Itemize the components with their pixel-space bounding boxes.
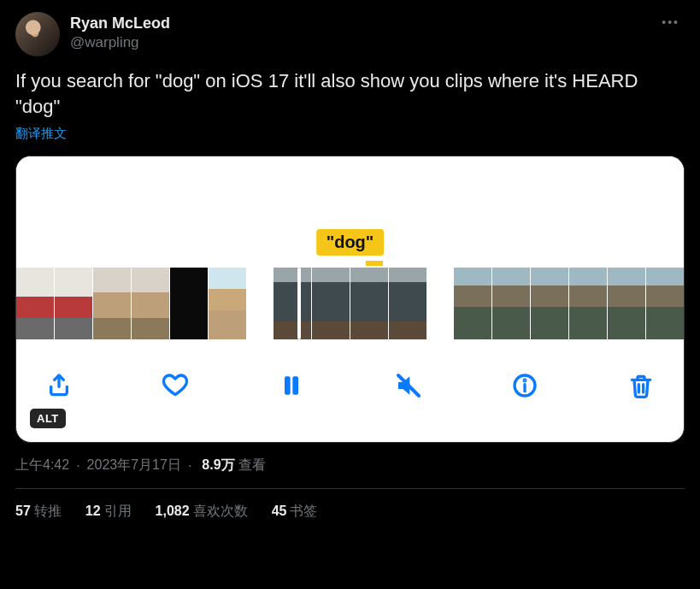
clip-group[interactable] bbox=[16, 268, 246, 339]
mute-icon[interactable] bbox=[391, 368, 426, 403]
clip-thumbnail[interactable] bbox=[531, 268, 568, 339]
tweet-stats: 57转推 12引用 1,082喜欢次数 45书签 bbox=[15, 489, 685, 521]
stat-bookmarks[interactable]: 45书签 bbox=[272, 503, 318, 521]
clip-thumbnail[interactable] bbox=[312, 268, 350, 339]
views-label: 查看 bbox=[238, 456, 266, 474]
clip-thumbnail[interactable] bbox=[132, 268, 169, 339]
svg-point-5 bbox=[524, 380, 526, 382]
tweet-date[interactable]: 2023年7月17日 bbox=[87, 456, 181, 474]
media-top-area: "dog" bbox=[16, 156, 684, 268]
stat-likes[interactable]: 1,082喜欢次数 bbox=[156, 503, 248, 521]
handle[interactable]: @warpling bbox=[70, 33, 170, 52]
more-options-icon[interactable]: ••• bbox=[656, 12, 685, 32]
stat-label: 引用 bbox=[104, 504, 132, 518]
pause-icon[interactable] bbox=[274, 368, 309, 403]
clip-thumbnail[interactable] bbox=[492, 268, 530, 339]
media-attachment[interactable]: "dog" bbox=[15, 156, 685, 443]
tweet-text: If you search for "dog" on iOS 17 it'll … bbox=[15, 68, 685, 119]
info-icon[interactable] bbox=[508, 368, 542, 403]
clip-group-current[interactable] bbox=[274, 268, 426, 339]
stat-count: 12 bbox=[85, 504, 101, 518]
stat-label: 书签 bbox=[290, 504, 317, 518]
views-count[interactable]: 8.9万 bbox=[202, 456, 234, 474]
stat-count: 57 bbox=[15, 504, 31, 518]
alt-badge[interactable]: ALT bbox=[30, 409, 66, 428]
svg-rect-0 bbox=[285, 377, 291, 395]
stat-label: 转推 bbox=[34, 504, 62, 518]
stat-quotes[interactable]: 12引用 bbox=[85, 503, 132, 521]
clip-thumbnail[interactable] bbox=[646, 268, 684, 339]
playhead[interactable] bbox=[297, 268, 301, 339]
separator bbox=[185, 458, 195, 474]
translate-link[interactable]: 翻译推文 bbox=[15, 126, 67, 142]
clip-thumbnail[interactable] bbox=[93, 268, 131, 339]
heart-icon[interactable] bbox=[158, 368, 192, 403]
clip-thumbnail[interactable] bbox=[55, 268, 92, 339]
tweet-time[interactable]: 上午4:42 bbox=[15, 456, 69, 474]
clip-thumbnail[interactable] bbox=[170, 268, 208, 339]
timeline-marker bbox=[366, 261, 383, 266]
stat-count: 1,082 bbox=[156, 504, 190, 518]
clip-thumbnail[interactable] bbox=[16, 268, 54, 339]
clip-thumbnail[interactable] bbox=[454, 268, 491, 339]
stat-label: 喜欢次数 bbox=[193, 504, 248, 518]
clip-thumbnail[interactable] bbox=[209, 268, 246, 339]
video-timeline[interactable] bbox=[16, 268, 684, 350]
clip-group[interactable] bbox=[454, 268, 684, 339]
stat-retweets[interactable]: 57转推 bbox=[15, 503, 62, 521]
author-names[interactable]: Ryan McLeod @warpling bbox=[70, 12, 170, 52]
clip-thumbnail[interactable] bbox=[389, 268, 426, 339]
clip-thumbnail[interactable] bbox=[569, 268, 607, 339]
tweet-header: Ryan McLeod @warpling ••• bbox=[15, 12, 685, 56]
avatar[interactable] bbox=[15, 12, 60, 56]
clip-thumbnail[interactable] bbox=[350, 268, 388, 339]
clip-thumbnail[interactable] bbox=[274, 268, 311, 339]
clip-thumbnail[interactable] bbox=[608, 268, 645, 339]
stat-count: 45 bbox=[272, 504, 287, 518]
separator bbox=[73, 458, 83, 474]
display-name[interactable]: Ryan McLeod bbox=[70, 14, 170, 33]
trash-icon[interactable] bbox=[624, 368, 658, 403]
tweet-container: Ryan McLeod @warpling ••• If you search … bbox=[0, 0, 700, 521]
tweet-meta: 上午4:42 2023年7月17日 8.9万 查看 bbox=[15, 456, 685, 474]
search-highlight-label: "dog" bbox=[316, 229, 385, 256]
media-controls bbox=[16, 350, 684, 413]
share-icon[interactable] bbox=[42, 368, 76, 403]
svg-rect-1 bbox=[293, 377, 299, 395]
